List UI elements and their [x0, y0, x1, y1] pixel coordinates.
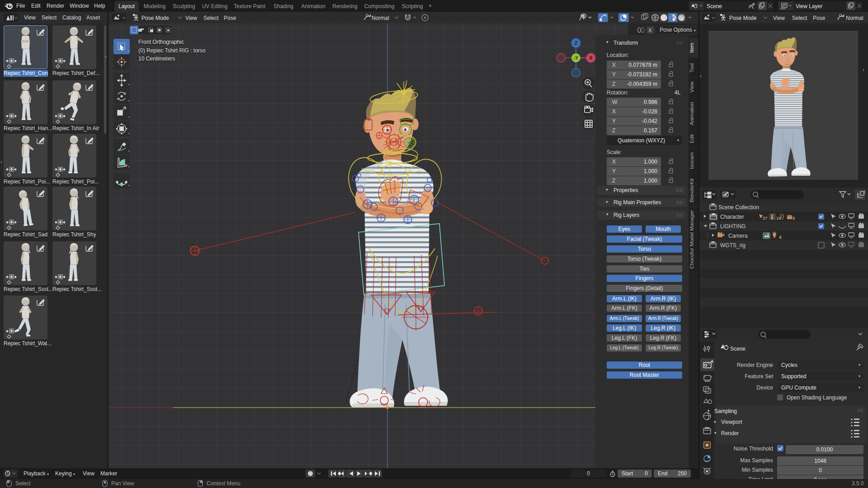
- svg-text:X: X: [589, 55, 593, 61]
- svg-text:-Y: -Y: [574, 56, 578, 61]
- svg-text:Z: Z: [575, 40, 578, 46]
- svg-text:X: X: [648, 28, 652, 33]
